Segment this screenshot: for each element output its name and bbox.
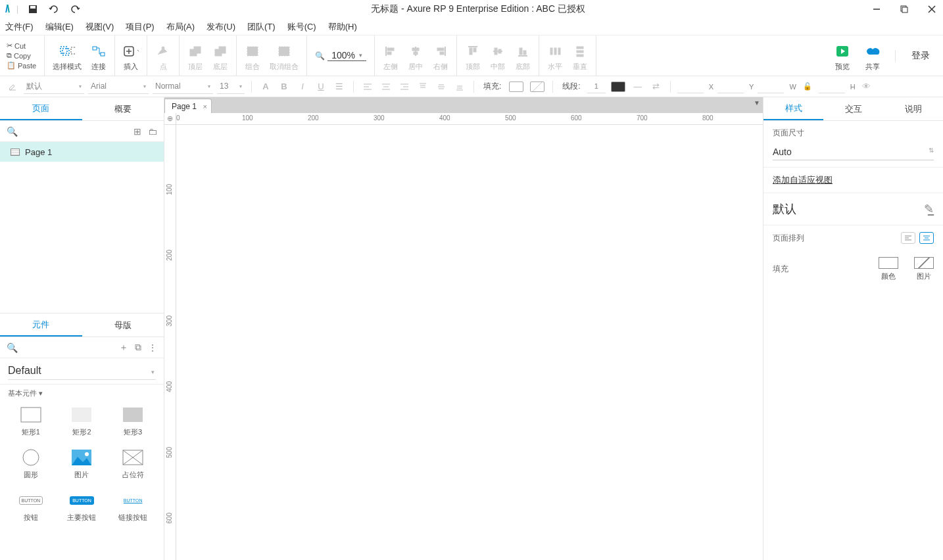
library-open-icon[interactable]: ⧉ (135, 342, 141, 353)
fill-color-option[interactable]: 颜色 (879, 257, 898, 281)
tab-widgets[interactable]: 元件 (0, 314, 82, 337)
tab-masters[interactable]: 母版 (82, 314, 164, 337)
align-text-center-icon[interactable] (379, 80, 393, 94)
fill-image-option[interactable]: 图片 (914, 257, 934, 281)
align-text-right-icon[interactable] (397, 80, 412, 94)
widget-rect3[interactable]: 矩形3 (110, 406, 156, 437)
widget-label: 矩形1 (22, 427, 40, 437)
widget-rect1[interactable]: 矩形1 (8, 406, 54, 437)
adaptive-views-link[interactable]: 添加自适应视图 (773, 175, 833, 185)
select-mode-button[interactable]: 选择模式 (53, 43, 82, 72)
valign-middle-icon[interactable] (434, 80, 448, 94)
w-input[interactable] (758, 80, 784, 93)
insert-button[interactable]: 插入 (123, 43, 139, 72)
undo-icon[interactable] (47, 3, 60, 16)
cut-button[interactable]: ✂Cut (4, 41, 39, 51)
valign-top-icon[interactable] (416, 80, 430, 94)
menu-project[interactable]: 项目(P) (126, 21, 154, 33)
menu-team[interactable]: 团队(T) (247, 21, 276, 33)
align-right-button: 右侧 (433, 43, 448, 72)
add-library-icon[interactable]: ＋ (119, 342, 128, 354)
paste-button[interactable]: 📋Paste (4, 60, 39, 70)
widget-section-basic[interactable]: 基本元件 ▾ (0, 385, 164, 402)
font-weight-select[interactable]: Normal (153, 80, 213, 94)
distribute-v-label: 垂直 (573, 62, 587, 72)
lock-aspect-icon[interactable]: 🔓 (800, 80, 815, 94)
add-page-icon[interactable]: ⊞ (133, 126, 141, 137)
font-family-select[interactable]: Arial (88, 80, 149, 94)
redo-icon[interactable] (68, 3, 82, 16)
close-tab-icon[interactable]: × (203, 103, 207, 110)
underline-icon[interactable]: U (314, 80, 328, 94)
fill-image-swatch[interactable] (530, 82, 544, 92)
share-button[interactable]: 共享 (865, 43, 881, 72)
widget-primary-button[interactable]: BUTTON主要按钮 (59, 492, 105, 523)
edit-style-icon[interactable]: ✎̲ (924, 202, 934, 216)
line-arrow-icon[interactable]: ⇄ (649, 80, 664, 94)
canvas-tab[interactable]: Page 1 × (164, 99, 212, 113)
menu-view[interactable]: 视图(V) (85, 21, 114, 33)
save-icon[interactable] (26, 3, 39, 16)
style-preset-select[interactable]: 默认 (24, 80, 84, 94)
copy-button[interactable]: ⧉Copy (4, 51, 39, 60)
page-item-label: Page 1 (25, 147, 52, 157)
line-style-icon[interactable]: — (631, 80, 645, 94)
vertical-ruler: 100200300400500600 (164, 125, 176, 560)
canvas-dropdown-icon[interactable]: ▼ (754, 99, 760, 106)
placeholder-icon (122, 449, 144, 466)
page-size-value: Auto (773, 147, 792, 157)
search-icon[interactable]: 🔍 (7, 342, 18, 353)
menu-publish[interactable]: 发布(U) (206, 21, 235, 33)
widget-placeholder[interactable]: 占位符 (110, 449, 156, 480)
menu-help[interactable]: 帮助(H) (328, 21, 357, 33)
connect-button[interactable]: 连接 (91, 43, 107, 72)
cloud-icon (865, 43, 881, 59)
style-painter-icon[interactable] (5, 80, 20, 94)
tab-notes[interactable]: 说明 (883, 97, 943, 120)
menu-file[interactable]: 文件(F) (5, 21, 34, 33)
widget-rect2[interactable]: 矩形2 (59, 406, 105, 437)
add-folder-icon[interactable]: 🗀 (148, 126, 157, 137)
top-layer-button: 顶层 (187, 43, 203, 72)
bullets-icon[interactable]: ☰ (332, 80, 347, 94)
preview-button[interactable]: 预览 (834, 43, 850, 72)
page-size-select[interactable]: Auto (773, 144, 934, 160)
align-text-left-icon[interactable] (360, 80, 375, 94)
font-size-select[interactable]: 13 (217, 80, 245, 94)
italic-icon[interactable]: I (295, 80, 310, 94)
close-icon[interactable] (926, 3, 938, 15)
design-canvas[interactable] (176, 125, 763, 560)
menu-edit[interactable]: 编辑(E) (45, 21, 74, 33)
y-input[interactable] (717, 80, 744, 93)
visibility-icon[interactable]: 👁 (859, 80, 874, 94)
valign-bottom-icon[interactable] (452, 80, 467, 94)
tab-interactions[interactable]: 交互 (823, 97, 883, 120)
menu-arrange[interactable]: 布局(A) (166, 21, 195, 33)
tab-outline[interactable]: 概要 (82, 97, 164, 120)
more-icon[interactable]: ⋮ (148, 342, 157, 353)
widget-button[interactable]: BUTTON按钮 (8, 492, 54, 523)
x-input[interactable] (677, 80, 704, 93)
minimize-icon[interactable] (871, 3, 883, 15)
page-align-left-button[interactable] (901, 232, 915, 244)
library-select[interactable]: Default (8, 362, 156, 380)
page-item[interactable]: Page 1 (0, 142, 164, 162)
maximize-icon[interactable] (898, 3, 910, 15)
h-input[interactable] (819, 80, 845, 93)
bold-icon[interactable]: B (277, 80, 291, 94)
search-icon[interactable]: 🔍 (7, 126, 18, 137)
line-color-swatch[interactable] (611, 82, 625, 92)
tab-style[interactable]: 样式 (763, 97, 823, 120)
ruler-origin-icon[interactable]: ⊕ (164, 113, 176, 125)
tab-pages[interactable]: 页面 (0, 97, 82, 120)
page-align-center-button[interactable] (919, 232, 934, 244)
line-width-input[interactable] (587, 80, 606, 93)
text-color-icon[interactable]: A (258, 80, 273, 94)
login-button[interactable]: 登录 (895, 50, 930, 62)
widget-image[interactable]: 图片 (59, 449, 105, 480)
fill-color-swatch[interactable] (509, 82, 523, 92)
widget-link-button[interactable]: BUTTON链接按钮 (110, 492, 156, 523)
widget-circle[interactable]: 圆形 (8, 449, 54, 480)
menu-account[interactable]: 账号(C) (287, 21, 316, 33)
zoom-control[interactable]: 🔍 100%▾ (307, 35, 375, 76)
